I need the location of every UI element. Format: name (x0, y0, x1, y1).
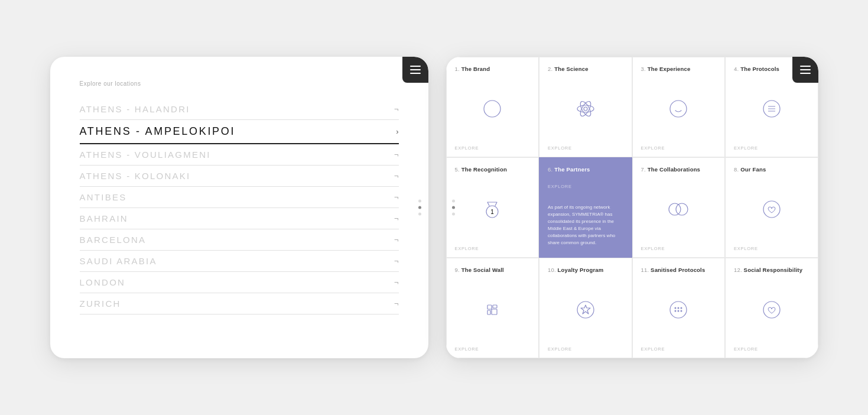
cell-title: 1. The Brand (455, 66, 531, 72)
cell-explore: EXPLORE (641, 145, 717, 151)
location-arrow: ¬ (394, 278, 399, 287)
cell-explore: EXPLORE (734, 346, 810, 352)
location-name: ATHENS - AMPELOKIPOI (80, 125, 236, 138)
location-item[interactable]: SAUDI ARABIA¬ (80, 251, 399, 272)
grid-cell-11[interactable]: 11. Sanitised Protocols EXPLORE (632, 258, 726, 358)
cell-number: 12. (734, 267, 742, 273)
svg-point-30 (681, 307, 682, 309)
cell-icon (548, 72, 623, 145)
svg-rect-0 (410, 66, 421, 67)
svg-rect-1 (410, 69, 421, 70)
cell-title: 9. The Social Wall (455, 267, 531, 273)
cell-icon (548, 273, 623, 346)
cell-number: 9. (455, 267, 460, 273)
location-item[interactable]: ZURICH¬ (80, 293, 399, 315)
cell-explore: EXPLORE (734, 145, 810, 151)
location-arrow: ¬ (394, 235, 399, 244)
grid-cell-10[interactable]: 10. Loyalty Program EXPLORE (539, 258, 632, 358)
right-side-dots (452, 200, 455, 216)
svg-rect-5 (800, 73, 811, 74)
location-arrow: ¬ (394, 214, 399, 223)
location-name: ATHENS - HALANDRI (80, 104, 190, 114)
grid-cell-3[interactable]: 3. The Experience EXPLORE (632, 57, 726, 157)
grid-cell-7[interactable]: 7. The Collaborations EXPLORE (632, 157, 726, 258)
location-name: BARCELONA (80, 235, 147, 245)
menu-button-left[interactable] (402, 57, 428, 83)
svg-rect-24 (492, 309, 497, 315)
cell-number: 10. (548, 267, 556, 273)
cell-number: 8. (734, 166, 739, 173)
svg-point-11 (670, 100, 687, 117)
cell-number: 11. (641, 267, 649, 273)
svg-point-32 (678, 310, 680, 312)
cell-icon (641, 273, 717, 346)
location-arrow: ¬ (394, 257, 399, 265)
svg-point-6 (484, 100, 500, 117)
location-item[interactable]: ATHENS - HALANDRI¬ (80, 99, 399, 120)
cell-icon (641, 173, 717, 246)
location-item[interactable]: ANTIBES¬ (80, 187, 399, 208)
left-tablet: Explore our locations ATHENS - HALANDRI¬… (50, 57, 428, 358)
location-name: ZURICH (80, 299, 121, 309)
location-name: ATHENS - KOLONAKI (80, 171, 191, 181)
svg-rect-4 (800, 69, 811, 70)
location-list: ATHENS - HALANDRI¬ATHENS - AMPELOKIPOI›A… (80, 99, 399, 315)
grid-cell-8[interactable]: 8. Our Fans EXPLORE (725, 157, 818, 258)
cell-title: 8. Our Fans (734, 166, 810, 173)
grid-cell-1[interactable]: 1. The Brand EXPLORE (446, 57, 539, 157)
grid-cell-9[interactable]: 9. The Social Wall EXPLORE (446, 258, 539, 358)
location-arrow: ¬ (394, 171, 399, 180)
grid-cell-6[interactable]: 6. The Partners EXPLORE As part of its o… (539, 157, 632, 258)
cell-icon (734, 273, 810, 346)
cell-title: 5. The Recognition (455, 166, 531, 173)
dot (452, 213, 455, 216)
cell-number: 4. (734, 66, 739, 72)
cell-title: 6. The Partners (548, 166, 623, 173)
svg-point-31 (675, 310, 677, 312)
dot (452, 200, 455, 203)
svg-point-29 (678, 307, 680, 309)
location-item[interactable]: BARCELONA¬ (80, 229, 399, 251)
right-tablet: 1. The Brand EXPLORE 2. The Science EXPL… (446, 57, 818, 358)
location-arrow: ¬ (394, 193, 399, 202)
svg-point-34 (763, 301, 780, 318)
svg-point-18 (669, 203, 681, 215)
menu-button-right[interactable] (792, 57, 818, 83)
cell-title: 3. The Experience (641, 66, 717, 72)
cell-icon (455, 72, 531, 145)
dot (418, 213, 421, 216)
dot-active (452, 206, 455, 209)
location-name: ATHENS - VOULIAGMENI (80, 150, 211, 160)
location-item[interactable]: LONDON¬ (80, 272, 399, 293)
cell-explore: EXPLORE (548, 346, 623, 352)
cell-explore: EXPLORE (548, 145, 623, 151)
location-name: SAUDI ARABIA (80, 256, 157, 266)
side-dots (418, 200, 421, 216)
location-item[interactable]: ATHENS - KOLONAKI¬ (80, 166, 399, 187)
cell-number: 6. (548, 166, 552, 173)
location-name: BAHRAIN (80, 213, 128, 223)
grid-cell-2[interactable]: 2. The Science EXPLORE (539, 57, 632, 157)
cell-number: 5. (455, 166, 460, 173)
cell-icon (455, 273, 531, 346)
location-name: ANTIBES (80, 192, 127, 202)
location-item[interactable]: ATHENS - VOULIAGMENI¬ (80, 144, 399, 166)
location-item[interactable]: ATHENS - AMPELOKIPOI› (80, 120, 399, 144)
svg-point-19 (676, 203, 688, 215)
cell-icon (734, 173, 810, 246)
cell-title: 11. Sanitised Protocols (641, 267, 717, 273)
location-item[interactable]: BAHRAIN¬ (80, 208, 399, 229)
cell-number: 3. (641, 66, 646, 72)
right-tablet-wrapper: 1. The Brand EXPLORE 2. The Science EXPL… (446, 57, 818, 358)
svg-rect-2 (410, 73, 421, 74)
explore-label: Explore our locations (80, 80, 399, 87)
svg-point-20 (763, 201, 780, 218)
cell-number: 7. (641, 166, 646, 173)
svg-rect-23 (487, 310, 490, 315)
svg-point-33 (681, 310, 682, 312)
grid-cell-5[interactable]: 5. The Recognition 1 EXPLORE (446, 157, 539, 258)
svg-marker-26 (581, 305, 590, 314)
cell-explore: EXPLORE (455, 346, 531, 352)
svg-point-27 (670, 301, 687, 318)
grid-cell-12[interactable]: 12. Social Responsibility EXPLORE (725, 258, 818, 358)
